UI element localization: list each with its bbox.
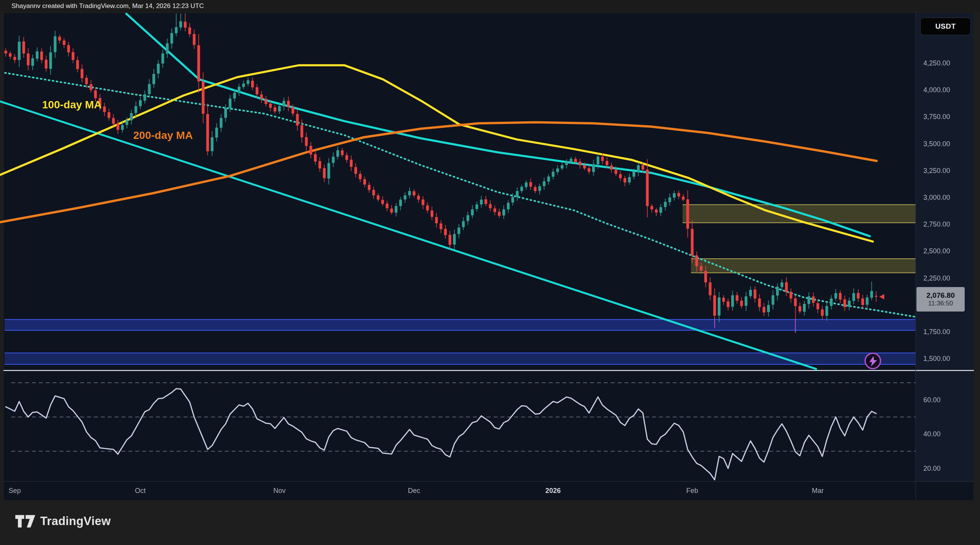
price-tick: 1,750.00 — [923, 327, 973, 336]
ma100-label: 100-day MA — [42, 99, 102, 111]
currency-badge[interactable]: USDT — [920, 18, 971, 35]
last-price-value: 2,076.80 — [926, 291, 955, 300]
month-label: 2026 — [536, 487, 570, 495]
rsi-tick: 40.00 — [923, 429, 973, 439]
month-label: Nov — [262, 487, 297, 495]
tradingview-mark-icon — [15, 514, 35, 528]
price-chart-canvas[interactable] — [0, 0, 980, 545]
price-tick: 3,250.00 — [923, 166, 973, 175]
tradingview-logo-text: TradingView — [40, 514, 111, 528]
price-tick: 2,500.00 — [923, 246, 973, 256]
rsi-tick: 20.00 — [923, 464, 973, 473]
month-label: Mar — [800, 487, 835, 495]
price-tick: 2,250.00 — [923, 274, 973, 283]
price-tick: 3,750.00 — [923, 112, 973, 121]
lightning-bolt-icon — [863, 351, 883, 371]
month-label: Dec — [397, 487, 431, 495]
tradingview-logo[interactable]: TradingView — [15, 514, 111, 528]
month-label: Oct — [123, 487, 158, 495]
price-tick: 3,000.00 — [923, 193, 973, 202]
month-label: Sep — [0, 487, 32, 495]
price-tick: 4,000.00 — [923, 85, 973, 95]
lightning-marker[interactable] — [863, 351, 883, 371]
tradingview-chart-screenshot: Shayannv created with TradingView.com, M… — [0, 0, 980, 545]
price-tick: 1,500.00 — [923, 354, 973, 363]
price-tick: 4,250.00 — [923, 59, 973, 68]
month-label: Feb — [675, 487, 709, 495]
price-tick: 2,750.00 — [923, 220, 973, 229]
rsi-tick: 60.00 — [923, 395, 973, 405]
last-price-badge: 2,076.80 11:36:50 — [916, 287, 965, 312]
price-tick: 3,500.00 — [923, 139, 973, 148]
ma200-label: 200-day MA — [133, 129, 193, 142]
countdown-timer: 11:36:50 — [928, 300, 953, 307]
